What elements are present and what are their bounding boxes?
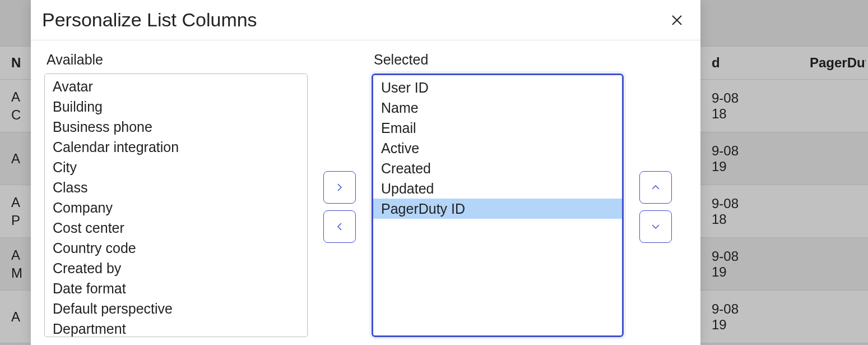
available-item[interactable]: Default perspective <box>45 298 307 319</box>
selected-item[interactable]: Email <box>373 118 622 138</box>
modal-body: Available AvatarBuildingBusiness phoneCa… <box>31 40 700 345</box>
move-down-button[interactable] <box>639 210 672 243</box>
selected-item[interactable]: Active <box>373 138 622 158</box>
move-right-button[interactable] <box>323 171 356 204</box>
selected-item[interactable]: Updated <box>373 178 622 199</box>
available-listbox[interactable]: AvatarBuildingBusiness phoneCalendar int… <box>44 73 308 337</box>
reorder-buttons <box>624 68 688 345</box>
available-label: Available <box>47 52 308 68</box>
available-item[interactable]: Company <box>45 197 307 218</box>
available-item[interactable]: City <box>45 157 307 177</box>
close-button[interactable] <box>667 10 687 30</box>
move-up-button[interactable] <box>639 171 672 204</box>
chevron-left-icon <box>335 222 345 232</box>
available-item[interactable]: Building <box>45 96 307 117</box>
close-icon <box>670 13 684 27</box>
modal-title: Personalize List Columns <box>42 9 257 31</box>
move-buttons <box>308 68 372 345</box>
selected-item[interactable]: PagerDuty ID <box>373 199 622 219</box>
chevron-up-icon <box>651 182 661 192</box>
available-item[interactable]: Date format <box>45 278 307 298</box>
available-item[interactable]: Avatar <box>45 76 307 96</box>
selected-listbox[interactable]: User IDNameEmailActiveCreatedUpdatedPage… <box>372 73 624 337</box>
modal-header: Personalize List Columns <box>31 0 700 40</box>
available-item[interactable]: Department <box>45 319 307 337</box>
available-column: Available AvatarBuildingBusiness phoneCa… <box>44 52 308 345</box>
move-left-button[interactable] <box>323 210 356 243</box>
available-item[interactable]: Class <box>45 177 307 197</box>
selected-item[interactable]: Name <box>373 98 622 118</box>
personalize-columns-modal: Personalize List Columns Available Avata… <box>31 0 700 345</box>
available-item[interactable]: Created by <box>45 258 307 278</box>
selected-item[interactable]: Created <box>373 158 622 178</box>
available-item[interactable]: Country code <box>45 238 307 258</box>
selected-column: Selected User IDNameEmailActiveCreatedUp… <box>372 52 624 345</box>
available-item[interactable]: Cost center <box>45 218 307 238</box>
selected-label: Selected <box>374 52 624 68</box>
selected-item[interactable]: User ID <box>373 77 622 98</box>
chevron-down-icon <box>651 222 661 232</box>
chevron-right-icon <box>335 182 345 192</box>
available-item[interactable]: Calendar integration <box>45 137 307 157</box>
available-item[interactable]: Business phone <box>45 117 307 137</box>
